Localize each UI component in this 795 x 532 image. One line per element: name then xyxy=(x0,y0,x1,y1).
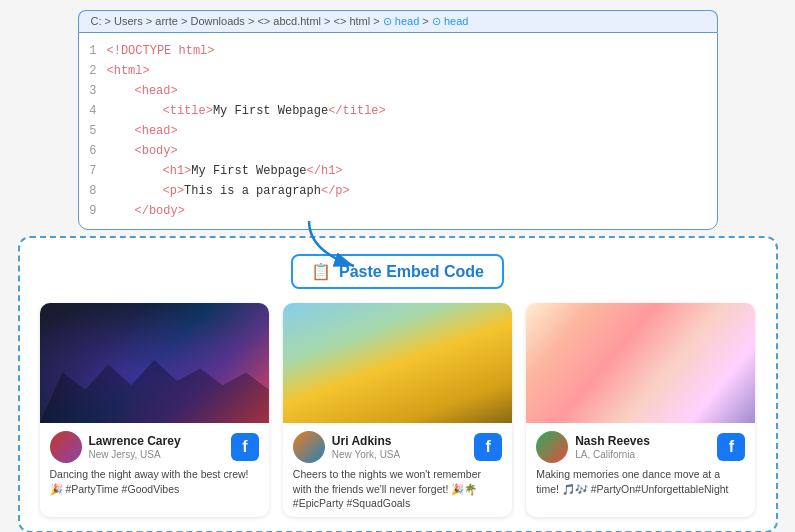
social-card-3[interactable]: Nash Reeves LA, California f Making memo… xyxy=(526,303,755,517)
card-bottom-1: Lawrence Carey New Jersy, USA f Dancing … xyxy=(40,423,269,502)
facebook-icon-2[interactable]: f xyxy=(474,433,502,461)
user-info-1: Lawrence Carey New Jersy, USA xyxy=(50,431,181,463)
avatar-1 xyxy=(50,431,82,463)
card-image-1 xyxy=(40,303,269,423)
code-line-9: 9 </body> xyxy=(79,201,717,221)
card-user-row-3: Nash Reeves LA, California f xyxy=(536,431,745,463)
card-bottom-2: Uri Adkins New York, USA f Cheers to the… xyxy=(283,423,512,517)
card-image-3 xyxy=(526,303,755,423)
user-location-3: LA, California xyxy=(575,449,650,460)
line-number: 7 xyxy=(79,161,107,181)
avatar-3 xyxy=(536,431,568,463)
user-name-3: Nash Reeves xyxy=(575,434,650,448)
user-info-2: Uri Adkins New York, USA xyxy=(293,431,400,463)
user-location-1: New Jersy, USA xyxy=(89,449,181,460)
code-line-2: 2 <html> xyxy=(79,61,717,81)
code-editor-wrapper: C: > Users > arrte > Downloads > <> abcd… xyxy=(78,10,718,230)
facebook-icon-3[interactable]: f xyxy=(717,433,745,461)
code-line-5: 5 <head> xyxy=(79,121,717,141)
code-line-6: 6 <body> xyxy=(79,141,717,161)
user-name-2: Uri Adkins xyxy=(332,434,400,448)
paste-embed-section: 📋 Paste Embed Code Lawrence Carey New Je… xyxy=(18,236,778,532)
social-card-2[interactable]: Uri Adkins New York, USA f Cheers to the… xyxy=(283,303,512,517)
user-location-2: New York, USA xyxy=(332,449,400,460)
arrow-indicator xyxy=(299,221,379,271)
code-line-8: 8 <p>This is a paragraph</p> xyxy=(79,181,717,201)
user-details-2: Uri Adkins New York, USA xyxy=(332,434,400,459)
line-number: 2 xyxy=(79,61,107,81)
code-line-3: 3 <head> xyxy=(79,81,717,101)
line-number: 8 xyxy=(79,181,107,201)
user-info-3: Nash Reeves LA, California xyxy=(536,431,650,463)
line-number: 3 xyxy=(79,81,107,101)
line-number: 5 xyxy=(79,121,107,141)
avatar-2 xyxy=(293,431,325,463)
code-line-4: 4 <title>My First Webpage</title> xyxy=(79,101,717,121)
card-bottom-3: Nash Reeves LA, California f Making memo… xyxy=(526,423,755,502)
card-user-row-2: Uri Adkins New York, USA f xyxy=(293,431,502,463)
card-text-1: Dancing the night away with the best cre… xyxy=(50,467,259,496)
line-number: 9 xyxy=(79,201,107,221)
user-details-1: Lawrence Carey New Jersy, USA xyxy=(89,434,181,459)
facebook-icon-1[interactable]: f xyxy=(231,433,259,461)
code-line-7: 7 <h1>My First Webpage</h1> xyxy=(79,161,717,181)
card-text-3: Making memories one dance move at a time… xyxy=(536,467,745,496)
social-cards-container: Lawrence Carey New Jersy, USA f Dancing … xyxy=(40,303,756,517)
line-number: 4 xyxy=(79,101,107,121)
user-name-1: Lawrence Carey xyxy=(89,434,181,448)
breadcrumb-path: C: > Users > arrte > Downloads > <> abcd… xyxy=(91,15,469,28)
line-number: 1 xyxy=(79,41,107,61)
line-number: 6 xyxy=(79,141,107,161)
user-details-3: Nash Reeves LA, California xyxy=(575,434,650,459)
card-text-2: Cheers to the nights we won't remember w… xyxy=(293,467,502,511)
card-user-row-1: Lawrence Carey New Jersy, USA f xyxy=(50,431,259,463)
social-card-1[interactable]: Lawrence Carey New Jersy, USA f Dancing … xyxy=(40,303,269,517)
code-editor[interactable]: 1 <!DOCTYPE html> 2 <html> 3 <head> 4 <t… xyxy=(78,32,718,230)
card-image-2 xyxy=(283,303,512,423)
code-line-1: 1 <!DOCTYPE html> xyxy=(79,41,717,61)
breadcrumb: C: > Users > arrte > Downloads > <> abcd… xyxy=(78,10,718,32)
